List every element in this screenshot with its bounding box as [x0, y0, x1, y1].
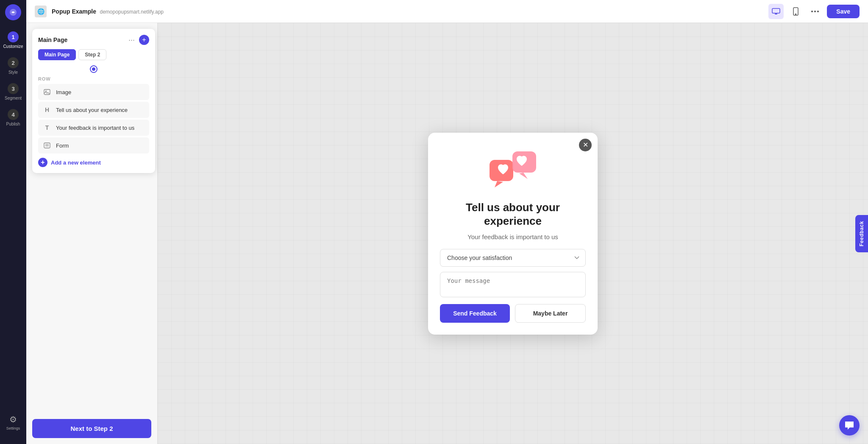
- more-options-button[interactable]: [807, 4, 823, 19]
- sidebar-label-customize: Customize: [3, 44, 23, 49]
- floating-card: Main Page ⋯ + Main Page Step 2 ROW: [32, 29, 155, 173]
- app-logo: [5, 4, 21, 20]
- row-label-form: Form: [56, 142, 69, 149]
- save-button[interactable]: Save: [827, 5, 860, 18]
- svg-rect-1: [772, 8, 780, 13]
- sidebar-label-segment: Segment: [5, 96, 22, 101]
- row-item-heading[interactable]: H Tell us about your experience: [38, 102, 149, 118]
- content-area: Main Page ⋯ + Main Page Step 2 ROW: [26, 23, 868, 444]
- add-element-icon: +: [38, 158, 47, 167]
- step-num-1: 1: [8, 31, 19, 42]
- topbar-url: demopopupsmart.netlify.app: [100, 9, 164, 15]
- tab-step2[interactable]: Step 2: [78, 49, 106, 60]
- topbar-title: Popup Example: [52, 8, 96, 15]
- maybe-later-button[interactable]: Maybe Later: [515, 304, 586, 323]
- add-panel-button[interactable]: +: [139, 35, 149, 45]
- popup-satisfaction-select[interactable]: Choose your satisfaction Very Satisfied …: [440, 249, 586, 267]
- gear-icon: ⚙: [9, 414, 17, 424]
- form-icon: [42, 141, 52, 150]
- next-step-button[interactable]: Next to Step 2: [32, 419, 151, 438]
- desktop-view-button[interactable]: [768, 4, 784, 19]
- step-num-4: 4: [8, 109, 19, 120]
- svg-point-9: [45, 91, 47, 92]
- row-item-image[interactable]: Image: [38, 84, 149, 100]
- sidebar-item-settings[interactable]: ⚙ Settings: [6, 410, 20, 435]
- popup-subtitle: Your feedback is important to us: [467, 233, 558, 240]
- sidebar-label-publish: Publish: [6, 122, 20, 126]
- send-feedback-button[interactable]: Send Feedback: [440, 304, 510, 323]
- topbar-icons: Save: [768, 4, 860, 19]
- svg-rect-3: [793, 8, 798, 15]
- svg-rect-10: [44, 143, 50, 148]
- image-icon: [42, 87, 52, 97]
- svg-point-5: [811, 11, 813, 12]
- floating-card-title: Main Page: [38, 36, 67, 43]
- sidebar-item-publish[interactable]: 4 Publish: [0, 105, 26, 131]
- chat-bubble-button[interactable]: [839, 415, 860, 436]
- floating-card-header: Main Page ⋯ +: [38, 35, 149, 45]
- add-element-label: Add a new element: [51, 159, 101, 166]
- svg-point-6: [814, 11, 816, 12]
- row-label-heading: Tell us about your experience: [56, 107, 128, 113]
- floating-card-actions: ⋯ +: [126, 35, 149, 45]
- popup-buttons: Send Feedback Maybe Later: [440, 304, 586, 323]
- topbar-favicon: 🌐: [35, 6, 47, 17]
- panel: Main Page ⋯ + Main Page Step 2 ROW: [26, 23, 158, 444]
- row-item-form[interactable]: Form: [38, 137, 149, 154]
- heading-icon: H: [42, 105, 52, 114]
- sidebar-label-style: Style: [8, 70, 18, 75]
- sidebar: 1 Customize 2 Style 3 Segment 4 Publish …: [0, 0, 26, 444]
- text-icon: T: [42, 123, 52, 132]
- feedback-side-button[interactable]: Feedback: [855, 215, 868, 252]
- radio-dot-inner: [92, 67, 95, 71]
- row-item-text[interactable]: T Your feedback is important to us: [38, 120, 149, 136]
- step-num-2: 2: [8, 57, 19, 68]
- row-label-image: Image: [56, 89, 71, 95]
- mobile-view-button[interactable]: [788, 4, 803, 19]
- svg-rect-2: [775, 14, 777, 14]
- sidebar-item-customize[interactable]: 1 Customize: [0, 27, 26, 53]
- popup-message-textarea[interactable]: [440, 272, 586, 297]
- popup-image: [485, 146, 540, 193]
- more-options-panel-button[interactable]: ⋯: [126, 35, 136, 45]
- svg-point-4: [795, 14, 796, 14]
- settings-label: Settings: [6, 426, 20, 430]
- popup-close-button[interactable]: ✕: [579, 139, 592, 151]
- radio-dot: [90, 65, 97, 73]
- row-label-text: Your feedback is important to us: [56, 125, 134, 131]
- section-label: ROW: [38, 76, 149, 81]
- step-num-3: 3: [8, 83, 19, 94]
- preview-area: ✕ Tell us about your experience Your fee…: [158, 23, 868, 444]
- panel-tabs: Main Page Step 2: [38, 49, 149, 60]
- sidebar-item-style[interactable]: 2 Style: [0, 53, 26, 79]
- popup-title: Tell us about your experience: [440, 201, 586, 228]
- topbar: 🌐 Popup Example demopopupsmart.netlify.a…: [26, 0, 868, 23]
- svg-point-7: [817, 11, 819, 12]
- add-element[interactable]: + Add a new element: [38, 158, 149, 167]
- tab-main-page[interactable]: Main Page: [38, 49, 76, 60]
- popup-modal: ✕ Tell us about your experience Your fee…: [428, 133, 598, 335]
- sidebar-item-segment[interactable]: 3 Segment: [0, 79, 26, 105]
